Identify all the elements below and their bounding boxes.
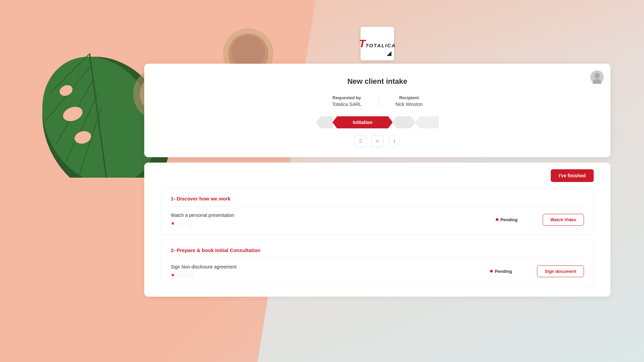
task-2-status-text: Pending xyxy=(495,269,512,274)
logo-text: TOTALICA xyxy=(366,43,396,48)
task-1-status-text: Pending xyxy=(500,217,518,222)
task-1-star: ★ xyxy=(171,221,175,226)
requested-by-label: Requested by xyxy=(332,95,362,100)
task-2-info: Sign Non-disclosure agreement ★ ○ ○ xyxy=(171,264,490,278)
task-1-icon-a: ○ xyxy=(178,220,184,227)
task-1-info: Watch a personal presentation ★ ○ ○ xyxy=(171,213,496,227)
section-2-divider xyxy=(171,258,584,258)
finished-btn-row: I've finished xyxy=(161,169,594,182)
progress-active-label: Initiation xyxy=(350,120,376,125)
avatar xyxy=(590,70,604,85)
recipient-value: Nick Winston xyxy=(395,102,423,107)
section-1-title: 1- Discover how we work xyxy=(171,196,584,201)
task-1-icon-b: ○ xyxy=(187,220,194,227)
section-2: 2- Prepare & book Initial Consultation S… xyxy=(161,239,594,287)
section-1-divider xyxy=(171,206,584,206)
logo: T TOTALICA xyxy=(361,27,394,60)
task-2-star: ★ xyxy=(171,272,175,278)
task-1-status-dot xyxy=(496,218,498,221)
watch-video-button[interactable]: Watch Video xyxy=(543,214,584,226)
progress-arrow-next2 xyxy=(415,116,439,128)
recipient-label: Recipient xyxy=(395,95,423,100)
task-2-status-dot xyxy=(490,270,493,273)
page-title: New client intake xyxy=(164,77,590,86)
section-2-title: 2- Prepare & book Initial Consultation xyxy=(171,247,584,253)
task-2-name: Sign Non-disclosure agreement xyxy=(171,264,490,269)
finished-button[interactable]: I've finished xyxy=(551,169,594,182)
progress-bar: Initiation xyxy=(164,116,590,128)
requested-by-value: Totalica SARL xyxy=(332,102,362,107)
task-2-icon-a: ○ xyxy=(178,272,184,278)
progress-arrow-next1 xyxy=(392,116,416,128)
progress-arrow-active[interactable]: Initiation xyxy=(332,116,393,128)
task-1-icons: ★ ○ ○ xyxy=(171,220,496,227)
info-icon[interactable]: ℹ xyxy=(388,135,400,147)
svg-point-18 xyxy=(594,73,600,78)
task-row-1: Watch a personal presentation ★ ○ ○ Pend… xyxy=(171,213,584,227)
task-2-icon-b: ○ xyxy=(187,272,194,278)
task-1-status: Pending xyxy=(496,217,543,222)
task-row-2: Sign Non-disclosure agreement ★ ○ ○ Pend… xyxy=(171,264,584,278)
task-2-icons: ★ ○ ○ xyxy=(171,272,490,278)
requester-row: Requested by Totalica SARL Recipient Nic… xyxy=(164,95,590,107)
email-icon[interactable]: ✉ xyxy=(371,135,383,147)
recipient-block: Recipient Nick Winston xyxy=(379,95,440,107)
requested-by-block: Requested by Totalica SARL xyxy=(315,95,379,107)
task-2-status: Pending xyxy=(490,269,537,274)
section-1: 1- Discover how we work Watch a personal… xyxy=(161,187,594,235)
task-1-name: Watch a personal presentation xyxy=(171,213,496,218)
step-icons-row: ☰ ✉ ℹ xyxy=(164,135,590,147)
main-card: New client intake Requested by Totalica … xyxy=(144,64,610,157)
content-area: I've finished 1- Discover how we work Wa… xyxy=(144,163,610,297)
sign-document-button[interactable]: Sign document xyxy=(537,265,584,277)
progress-arrow-prev xyxy=(316,116,333,128)
document-icon[interactable]: ☰ xyxy=(355,135,367,147)
